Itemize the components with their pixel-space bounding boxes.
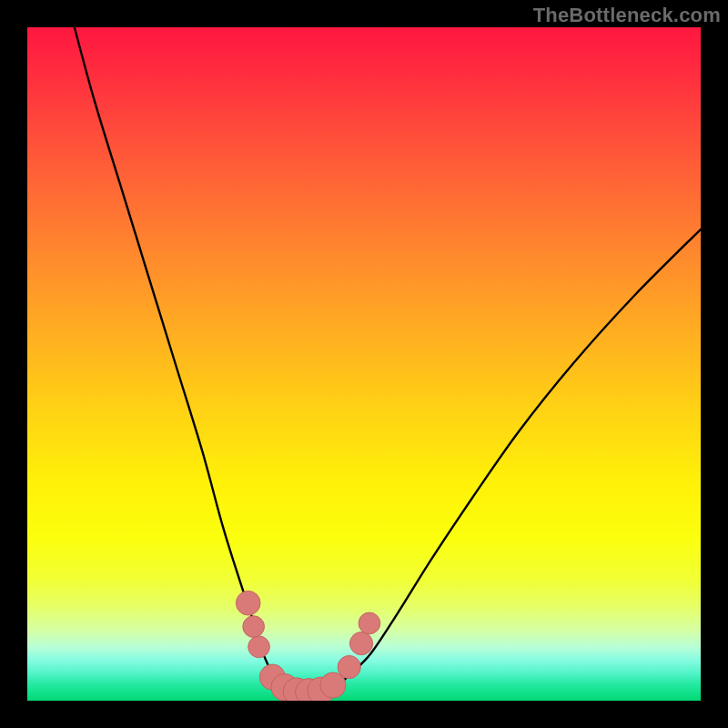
canvas-frame: TheBottleneck.com <box>0 0 728 728</box>
plot-area <box>27 27 701 701</box>
heat-gradient-background <box>27 27 701 701</box>
watermark-text: TheBottleneck.com <box>533 4 721 27</box>
